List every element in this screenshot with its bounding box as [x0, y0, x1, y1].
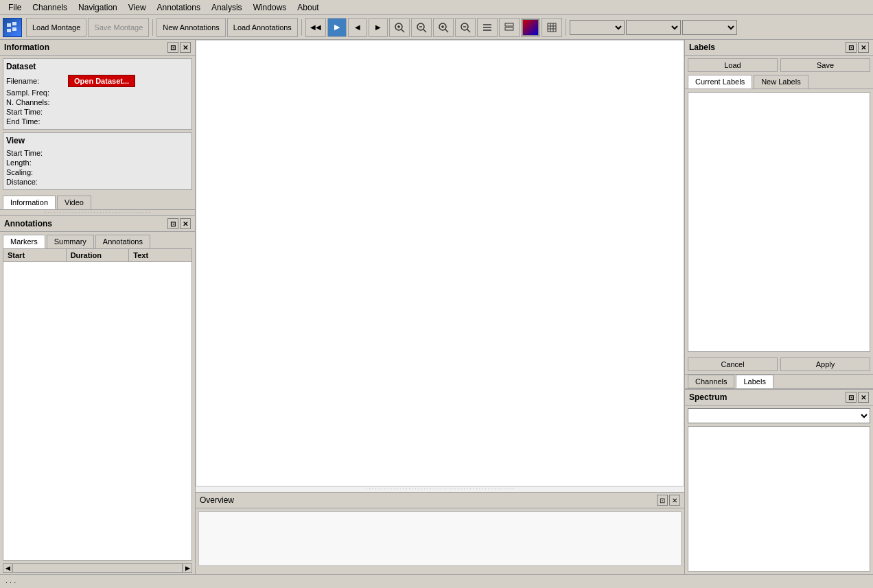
menu-channels[interactable]: Channels: [27, 1, 73, 14]
spectrum-panel-header: Spectrum ⊡ ✕: [685, 390, 873, 405]
tab-information[interactable]: Information: [3, 196, 56, 209]
stack-mode-button[interactable]: [499, 18, 520, 37]
menu-about[interactable]: About: [292, 1, 324, 14]
labels-panel-header: Labels ⊡ ✕: [685, 40, 873, 56]
tab-summary[interactable]: Summary: [47, 235, 94, 248]
spectrum-panel-icons: ⊡ ✕: [846, 392, 869, 403]
annotations-panel-header: Annotations ⊡ ✕: [0, 216, 195, 232]
labels-save-button[interactable]: Save: [780, 58, 870, 72]
zoom-out-amp-icon: [460, 22, 471, 33]
center-resize-handle[interactable]: · · · · · · · · · · · · · · · · · · · · …: [196, 486, 684, 492]
spectrum-close-icon[interactable]: ✕: [858, 392, 869, 403]
toolbar-separator-2: [301, 19, 302, 36]
grid-button[interactable]: [542, 18, 562, 37]
info-close-icon[interactable]: ✕: [180, 42, 191, 53]
right-panel: Labels ⊡ ✕ Load Save Current Labels New …: [684, 40, 873, 574]
menu-analysis[interactable]: Analysis: [206, 1, 248, 14]
color-button[interactable]: [521, 18, 540, 37]
zoom-in-amp-button[interactable]: [433, 18, 454, 37]
svg-rect-3: [12, 27, 16, 31]
labels-section: Labels ⊡ ✕ Load Save Current Labels New …: [685, 40, 873, 374]
annotations-panel-title: Annotations: [4, 219, 52, 228]
end-time-row: End Time:: [6, 117, 189, 126]
labels-load-button[interactable]: Load: [688, 58, 778, 72]
annotations-panel-icons: ⊡ ✕: [167, 218, 191, 229]
annotations-restore-icon[interactable]: ⊡: [167, 218, 178, 229]
menu-navigation[interactable]: Navigation: [73, 1, 123, 14]
scroll-track[interactable]: [12, 563, 183, 573]
annotations-table: Start Duration Text: [3, 248, 192, 561]
new-annotations-button[interactable]: New Annotations: [156, 18, 226, 37]
info-panel-header: Information ⊡ ✕: [0, 40, 195, 56]
overview-close-icon[interactable]: ✕: [669, 495, 680, 506]
tab-channels[interactable]: Channels: [688, 375, 734, 388]
annotations-table-header: Start Duration Text: [3, 249, 191, 262]
dropdown-1[interactable]: [570, 20, 625, 35]
tab-new-labels[interactable]: New Labels: [754, 75, 808, 89]
montage-svg-icon: [5, 21, 19, 34]
zoom-in-amp-icon: [438, 22, 449, 33]
zoom-in-time-button[interactable]: [389, 18, 410, 37]
n-channels-row: N. Channels:: [6, 97, 189, 107]
annotations-tab-row: Markers Summary Annotations: [0, 232, 195, 248]
svg-rect-0: [7, 23, 11, 27]
menubar: File Channels Navigation View Annotation…: [0, 0, 873, 15]
labels-restore-icon[interactable]: ⊡: [846, 42, 857, 53]
filename-row: Filename: Open Dataset...: [6, 74, 189, 88]
tab-video[interactable]: Video: [57, 196, 91, 209]
toolbar-separator-3: [566, 19, 566, 36]
nav-back1-button[interactable]: ◀: [348, 18, 367, 37]
nav-fwd-step-button[interactable]: ▶: [327, 18, 347, 37]
channel-mode-button[interactable]: [477, 18, 498, 37]
n-channels-label: N. Channels:: [6, 98, 68, 106]
labels-apply-button[interactable]: Apply: [780, 357, 870, 371]
load-montage-button[interactable]: Load Montage: [26, 18, 86, 37]
tab-markers[interactable]: Markers: [3, 235, 45, 248]
zoom-in-time-icon: [394, 22, 405, 33]
menu-file[interactable]: File: [3, 1, 27, 14]
info-tab-row: Information Video: [0, 193, 195, 210]
nav-fwd1-icon: ▶: [375, 23, 381, 31]
zoom-out-time-button[interactable]: [411, 18, 432, 37]
labels-cancel-button[interactable]: Cancel: [688, 357, 778, 371]
dropdown-3[interactable]: [682, 20, 737, 35]
save-montage-button[interactable]: Save Montage: [88, 18, 149, 37]
menu-annotations[interactable]: Annotations: [152, 1, 206, 14]
overview-icons: ⊡ ✕: [657, 495, 680, 506]
grid-icon: [546, 22, 557, 33]
menu-windows[interactable]: Windows: [248, 1, 292, 14]
dataset-box: Dataset Filename: Open Dataset... Sampl.…: [3, 58, 192, 130]
zoom-out-amp-button[interactable]: [455, 18, 476, 37]
load-annotations-button[interactable]: Load Annotations: [227, 18, 298, 37]
view-box: View Start Time: Length: Scaling: Distan…: [3, 132, 192, 190]
tab-annotations[interactable]: Annotations: [95, 235, 150, 248]
overview-restore-icon[interactable]: ⊡: [657, 495, 668, 506]
nav-back2-button[interactable]: ◀◀: [305, 18, 326, 37]
view-length-row: Length:: [6, 158, 189, 167]
scroll-left-arrow[interactable]: ◀: [3, 563, 12, 573]
labels-close-icon[interactable]: ✕: [858, 42, 869, 53]
menu-view[interactable]: View: [123, 1, 152, 14]
tab-current-labels[interactable]: Current Labels: [688, 75, 752, 89]
view-title: View: [6, 136, 189, 145]
sampl-freq-row: Sampl. Freq:: [6, 88, 189, 97]
labels-content-area: [688, 92, 870, 352]
annotations-close-icon[interactable]: ✕: [180, 218, 191, 229]
spectrum-restore-icon[interactable]: ⊡: [846, 392, 857, 403]
spectrum-dropdown[interactable]: [688, 408, 870, 423]
tab-labels[interactable]: Labels: [736, 375, 773, 388]
left-panel: Information ⊡ ✕ Dataset Filename: Open D…: [0, 40, 196, 574]
info-restore-icon[interactable]: ⊡: [167, 42, 178, 53]
scroll-right-arrow[interactable]: ▶: [183, 563, 192, 573]
main-area: Information ⊡ ✕ Dataset Filename: Open D…: [0, 40, 873, 574]
annotations-section: Annotations ⊡ ✕ Markers Summary Annotati…: [0, 216, 195, 574]
nav-back1-icon: ◀: [355, 23, 360, 31]
svg-line-5: [401, 30, 404, 32]
info-resize-handle[interactable]: · · · · · · · · · · · · · · · · · · · · …: [0, 210, 195, 215]
dropdown-2[interactable]: [626, 20, 681, 35]
labels-load-save-row: Load Save: [685, 56, 873, 75]
open-dataset-button[interactable]: Open Dataset...: [68, 75, 135, 87]
info-panel-icons: ⊡ ✕: [167, 42, 191, 53]
start-time-row: Start Time:: [6, 107, 189, 117]
nav-fwd1-button[interactable]: ▶: [369, 18, 388, 37]
